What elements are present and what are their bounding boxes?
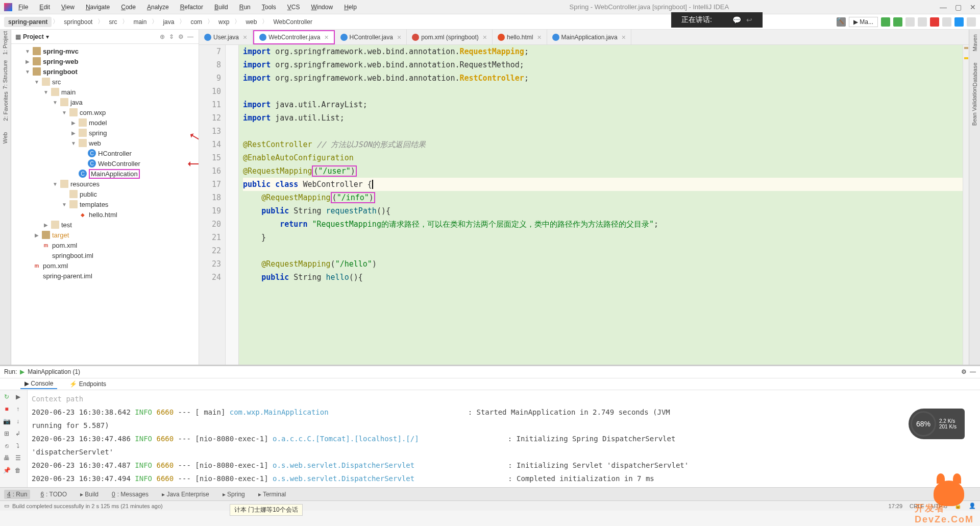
menu-build[interactable]: Build <box>212 3 230 12</box>
down-icon[interactable]: ↓ <box>13 417 22 426</box>
run-tab-Endpoints[interactable]: ⚡ Endpoints <box>65 379 110 389</box>
run-toolbar[interactable]: ↻▶ ■↑ 📷↓ ⊞↲ ⎋⤵ 🖶☰ 📌🗑 <box>0 390 28 487</box>
scroll-icon[interactable]: ⤵ <box>13 441 22 450</box>
menu-help[interactable]: Help <box>342 3 359 12</box>
tree-com.wxp[interactable]: ▼com.wxp <box>11 107 199 117</box>
right-tool-rail[interactable]: MavenDatabaseBean Validation <box>969 30 980 365</box>
tree-java[interactable]: ▼java <box>11 97 199 107</box>
menu-vcs[interactable]: VCS <box>285 3 302 12</box>
bottom-tab-Build[interactable]: ▸ Build <box>77 490 102 499</box>
run-tabs[interactable]: ▶ Console⚡ Endpoints <box>0 378 980 391</box>
dropdown-icon[interactable]: ▾ <box>46 33 49 40</box>
tree-WebController[interactable]: CWebController <box>11 158 199 169</box>
bottom-tab-Messages[interactable]: 0: Messages <box>109 490 152 499</box>
tree-web[interactable]: ▼web <box>11 138 199 148</box>
menu-view[interactable]: View <box>59 3 77 12</box>
search-icon[interactable] <box>967 17 976 27</box>
tree-pom.xml[interactable]: mpom.xml <box>11 260 199 271</box>
tree-pom.xml[interactable]: mpom.xml <box>11 240 199 250</box>
menu-analyze[interactable]: Analyze <box>145 3 171 12</box>
gear-icon[interactable]: ⚙ <box>178 33 185 40</box>
console-output[interactable]: Context path2020-06-23 16:30:38.642 INFO… <box>28 390 980 487</box>
profile-icon[interactable] <box>918 17 927 27</box>
tree-templates[interactable]: ▼templates <box>11 199 199 209</box>
print-icon[interactable]: 🖶 <box>2 453 11 463</box>
wrap-icon[interactable]: ↲ <box>13 429 22 438</box>
tree-src[interactable]: ▼src <box>11 77 199 87</box>
run-icon[interactable]: ▶ <box>13 392 22 401</box>
layout-icon[interactable]: ⊞ <box>2 429 11 438</box>
notif-bubble-icon[interactable]: 💬 <box>732 16 741 24</box>
tree-target[interactable]: ▶target <box>11 230 199 240</box>
tree-spring-mvc[interactable]: ▼spring-mvc <box>11 46 199 56</box>
stop-icon[interactable]: ■ <box>2 404 11 414</box>
tree-HController[interactable]: CHController <box>11 148 199 158</box>
gear-icon[interactable]: ⚙ <box>961 368 967 375</box>
close-icon[interactable]: × <box>243 33 247 41</box>
crumb-main[interactable]: main <box>129 17 151 27</box>
menu-code[interactable]: Code <box>119 3 138 12</box>
bottom-tab-Java Enterprise[interactable]: ▸ Java Enterprise <box>159 490 212 499</box>
menu-window[interactable]: Window <box>309 3 335 12</box>
project-tree[interactable]: ▼spring-mvc▶spring-web▼springboot▼src▼ma… <box>11 44 199 365</box>
tab-HController.java[interactable]: HController.java× <box>335 30 407 44</box>
notif-reply-icon[interactable]: ↩ <box>746 16 752 24</box>
tree-hello.html[interactable]: ◆hello.html <box>11 209 199 220</box>
close-icon[interactable]: × <box>622 33 626 41</box>
crumb-java[interactable]: java <box>159 17 178 27</box>
tree-MainApplication[interactable]: CMainApplication <box>11 169 199 179</box>
menu-edit[interactable]: Edit <box>37 3 52 12</box>
close-icon[interactable]: × <box>397 33 401 41</box>
rail-Web[interactable]: Web <box>3 132 9 144</box>
tab-MainApplication.java[interactable]: MainApplication.java× <box>547 30 631 44</box>
crumb-springboot[interactable]: springboot <box>60 17 96 27</box>
menu-navigate[interactable]: Navigate <box>84 3 112 12</box>
code-editor[interactable]: 789101112131415161718192021222324 import… <box>199 45 969 365</box>
filter-icon[interactable]: ☰ <box>13 453 22 463</box>
event-log-icon[interactable]: ▭ <box>4 503 9 509</box>
tree-springboot[interactable]: ▼springboot <box>11 66 199 77</box>
rerun-icon[interactable]: ↻ <box>2 392 11 401</box>
editor-tabs[interactable]: User.java×WebController.java×HController… <box>199 30 969 45</box>
bottom-tab-Terminal[interactable]: ▸ Terminal <box>255 490 289 499</box>
left-tool-rail[interactable]: 1: Project7: Structure2: FavoritesWeb <box>0 30 11 365</box>
run-icon[interactable] <box>881 17 890 27</box>
rail-Database[interactable]: Database <box>972 62 978 86</box>
camera-icon[interactable]: 📷 <box>2 417 11 426</box>
code-lines[interactable]: import org.springframework.web.bind.anno… <box>239 45 963 365</box>
coverage-icon[interactable] <box>905 17 915 27</box>
up-icon[interactable]: ↑ <box>13 404 22 414</box>
tree-spring[interactable]: ▶spring <box>11 128 199 138</box>
run-tab-Console[interactable]: ▶ Console <box>20 379 57 389</box>
menu-tools[interactable]: Tools <box>260 3 278 12</box>
vcs-icon[interactable] <box>942 17 951 27</box>
tree-public[interactable]: public <box>11 189 199 199</box>
overview-ruler[interactable] <box>963 45 969 365</box>
hide-icon[interactable]: — <box>970 368 976 375</box>
hammer-icon[interactable]: 🔨 <box>837 17 846 27</box>
tree-resources[interactable]: ▼resources <box>11 179 199 189</box>
tab-pom.xml (springboot)[interactable]: pom.xml (springboot)× <box>407 30 493 44</box>
tree-test[interactable]: ▶test <box>11 220 199 230</box>
rail-Bean-Validation[interactable]: Bean Validation <box>972 87 978 126</box>
debug-icon[interactable] <box>893 17 902 27</box>
tab-User.java[interactable]: User.java× <box>199 30 253 44</box>
crumb-web[interactable]: web <box>241 17 261 27</box>
rail-7-Structure[interactable]: 7: Structure <box>3 60 9 89</box>
hide-icon[interactable]: — <box>187 33 194 40</box>
close-icon[interactable]: × <box>537 33 541 41</box>
bottom-tab-Spring[interactable]: ▸ Spring <box>219 490 248 499</box>
window-controls[interactable]: — ▢ ✕ <box>940 3 976 11</box>
menu-run[interactable]: Run <box>237 3 253 12</box>
close-icon[interactable]: ✕ <box>970 3 976 11</box>
tree-model[interactable]: ▶model <box>11 117 199 128</box>
menu-file[interactable]: File <box>16 3 30 12</box>
tab-WebController.java[interactable]: WebController.java× <box>253 30 334 44</box>
tree-springboot.iml[interactable]: springboot.iml <box>11 250 199 260</box>
tab-hello.html[interactable]: hello.html× <box>493 30 547 44</box>
tree-spring-parent.iml[interactable]: spring-parent.iml <box>11 271 199 281</box>
tree-main[interactable]: ▼main <box>11 87 199 97</box>
bottom-tool-tabs[interactable]: 4: Run6: TODO▸ Build0: Messages▸ Java En… <box>0 487 980 500</box>
maximize-icon[interactable]: ▢ <box>955 3 962 11</box>
run-config-selector[interactable]: ▶ Ma... <box>849 17 878 27</box>
